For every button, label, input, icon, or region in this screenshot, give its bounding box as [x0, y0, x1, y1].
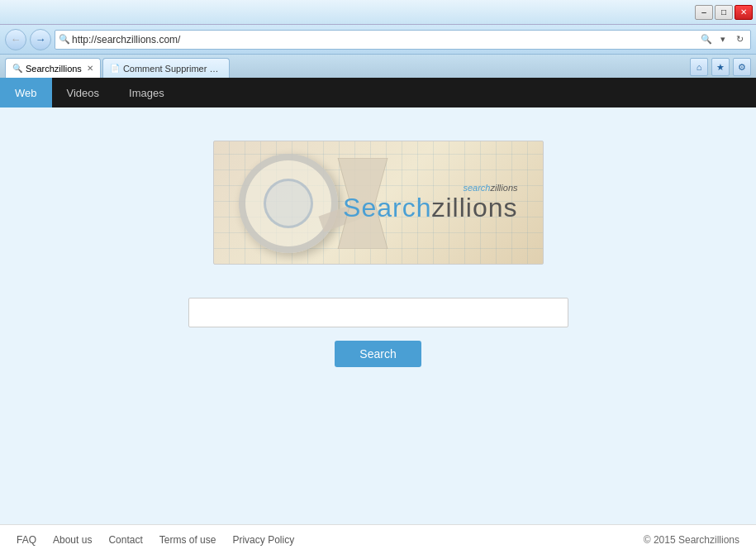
nav-item-web[interactable]: Web — [0, 78, 52, 107]
browser-chrome: ← → 🔍 🔍 ▾ ↻ — [0, 25, 756, 55]
back-button[interactable]: ← — [5, 29, 26, 50]
nav-item-images[interactable]: Images — [114, 78, 179, 107]
logo-brand: searchzillions — [463, 183, 517, 193]
tab-favicon-1: 🔍 — [12, 64, 22, 73]
minimize-button[interactable]: – — [695, 5, 713, 20]
address-search-icon: 🔍 — [59, 34, 70, 45]
tabs-actions: ⌂ ★ ⚙ — [690, 58, 751, 78]
logo-search-text: Search — [343, 193, 431, 222]
main-content: searchzillions Searchzillions Search — [0, 107, 756, 554]
search-input[interactable] — [188, 298, 568, 327]
address-bar[interactable]: 🔍 🔍 ▾ ↻ — [55, 30, 751, 50]
tab-close-1[interactable]: ✕ — [87, 64, 93, 73]
footer-contact-link[interactable]: Contact — [108, 534, 142, 546]
tab-label-1: Searchzillions — [26, 64, 82, 74]
search-button-wrap: Search — [335, 341, 421, 367]
logo-brand-search: search — [463, 183, 490, 193]
favorites-button[interactable]: ★ — [711, 58, 730, 76]
tab-favicon-2: 📄 — [110, 64, 120, 73]
search-box — [188, 298, 568, 327]
settings-button[interactable]: ⚙ — [733, 58, 751, 76]
footer-faq-link[interactable]: FAQ — [17, 534, 36, 546]
tab-label-2: Comment Supprimer ? ... — [123, 64, 222, 74]
forward-button[interactable]: → — [30, 29, 51, 50]
back-icon: ← — [11, 33, 21, 45]
nav-item-videos[interactable]: Videos — [52, 78, 115, 107]
tab-comment-supprimer[interactable]: 📄 Comment Supprimer ? ... — [102, 58, 230, 78]
logo-main-text: Searchzillions — [343, 193, 517, 223]
address-actions: 🔍 ▾ ↻ — [699, 32, 747, 47]
home-button[interactable]: ⌂ — [690, 58, 708, 76]
logo-banner: searchzillions Searchzillions — [213, 141, 544, 265]
footer-privacy-link[interactable]: Privacy Policy — [232, 534, 294, 546]
logo-brand-zillions: zillions — [490, 183, 517, 193]
titlebar: – □ ✕ — [0, 0, 756, 25]
close-button[interactable]: ✕ — [735, 5, 753, 20]
footer-terms-link[interactable]: Terms of use — [159, 534, 216, 546]
nav-bar: Web Videos Images — [0, 78, 756, 107]
browser-body: searchzillions Searchzillions Search FAQ — [0, 107, 756, 554]
footer-copyright: © 2015 Searchzillions — [644, 534, 739, 546]
magnifier-circle — [239, 154, 338, 253]
dropdown-button[interactable]: ▾ — [716, 32, 730, 47]
logo-text-area: searchzillions Searchzillions — [343, 141, 517, 264]
refresh-button[interactable]: ↻ — [732, 32, 747, 47]
address-input[interactable] — [72, 34, 697, 45]
footer: FAQ About us Contact Terms of use Privac… — [0, 524, 756, 554]
footer-about-link[interactable]: About us — [53, 534, 92, 546]
logo-zillions-text: zillions — [431, 193, 517, 222]
search-button[interactable]: Search — [335, 341, 421, 367]
tabs-bar: 🔍 Searchzillions ✕ 📄 Comment Supprimer ?… — [0, 55, 756, 78]
tab-searchzillions[interactable]: 🔍 Searchzillions ✕ — [5, 58, 101, 78]
inner-circle — [264, 179, 313, 228]
titlebar-buttons: – □ ✕ — [695, 5, 753, 20]
maximize-button[interactable]: □ — [715, 5, 733, 20]
page-wrapper: – □ ✕ ← → 🔍 🔍 ▾ ↻ 🔍 Searchzillions ✕ — [0, 0, 756, 554]
forward-icon: → — [36, 33, 46, 45]
search-in-address-button[interactable]: 🔍 — [699, 32, 714, 47]
footer-links: FAQ About us Contact Terms of use Privac… — [17, 534, 294, 546]
